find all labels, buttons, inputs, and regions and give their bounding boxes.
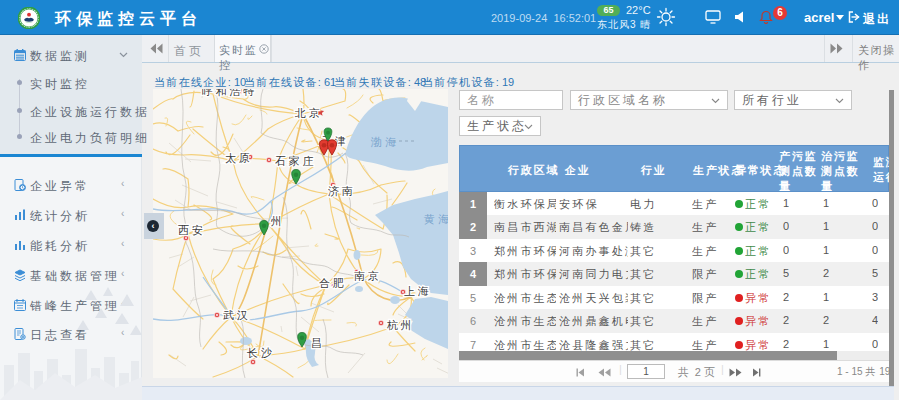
- svg-text:合肥: 合肥: [319, 277, 347, 289]
- svg-text:北京: 北京: [294, 107, 323, 119]
- svg-text:呼和浩特: 呼和浩特: [202, 89, 257, 97]
- svg-text:武汉: 武汉: [223, 309, 251, 321]
- svg-text:南京: 南京: [354, 270, 382, 282]
- svg-text:昌: 昌: [311, 337, 325, 349]
- svg-text:济南: 济南: [328, 185, 356, 197]
- svg-text:石家庄: 石家庄: [275, 155, 316, 167]
- svg-text:上海: 上海: [404, 285, 432, 297]
- svg-text:太原: 太原: [225, 152, 253, 164]
- svg-text:西安: 西安: [178, 224, 206, 236]
- svg-text:州: 州: [271, 215, 285, 227]
- svg-text:黄海: 黄海: [424, 213, 448, 225]
- svg-text:杭州: 杭州: [386, 319, 415, 331]
- svg-text:渤海: 渤海: [370, 136, 399, 148]
- svg-text:长沙: 长沙: [246, 347, 275, 359]
